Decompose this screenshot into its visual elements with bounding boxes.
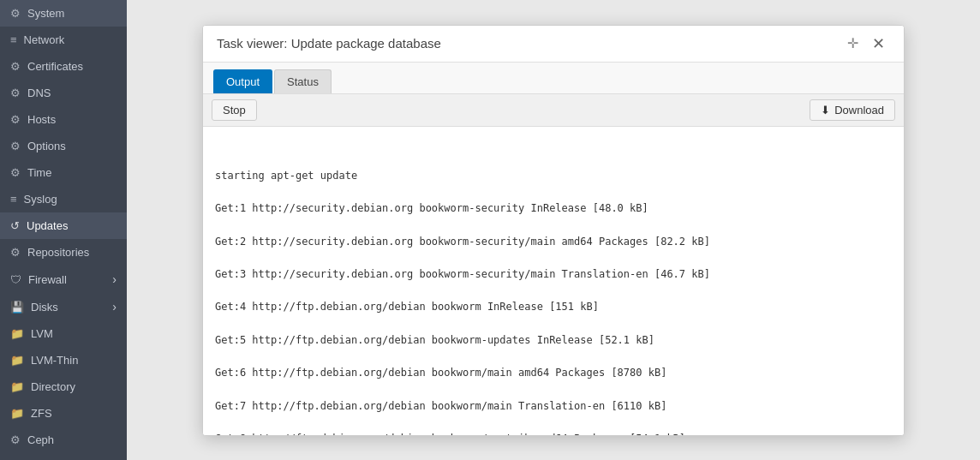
sidebar-item-time[interactable]: ⚙ Time [0,159,127,186]
modal-toolbar: Stop ⬇ Download [203,94,904,127]
modal-controls: ✛ ✕ [847,34,890,53]
tab-status[interactable]: Status [274,69,332,93]
sidebar-item-label: Hosts [27,113,56,126]
system-icon: ⚙ [10,7,21,20]
sidebar-item-label: LVM [31,327,53,340]
modal-close-button[interactable]: ✕ [867,34,890,53]
sidebar-item-label: Syslog [24,193,57,206]
directory-icon: 📁 [10,380,24,393]
move-icon[interactable]: ✛ [847,35,858,51]
output-line: Get:8 http://ftp.debian.org/debian bookw… [215,431,892,435]
sidebar-item-label: DNS [27,87,51,99]
sidebar-item-label: Certificates [27,60,83,73]
repos-icon: ⚙ [10,246,21,259]
stop-button[interactable]: Stop [212,99,257,121]
lvm-thin-icon: 📁 [10,354,24,367]
task-viewer-modal: Task viewer: Update package database ✛ ✕… [202,25,905,436]
sidebar-item-dns[interactable]: ⚙ DNS [0,80,127,106]
sidebar-item-system[interactable]: ⚙ System [0,0,127,27]
output-line: Get:3 http://security.debian.org bookwor… [215,266,892,283]
disks-icon: 💾 [10,301,24,314]
output-line: Get:5 http://ftp.debian.org/debian bookw… [215,332,892,349]
output-line: Get:4 http://ftp.debian.org/debian bookw… [215,299,892,315]
updates-icon: ↺ [10,219,20,232]
sidebar-item-zfs[interactable]: 📁 ZFS [0,400,127,427]
firewall-icon: 🛡 [10,273,21,286]
syslog-icon: ≡ [10,193,17,206]
sidebar-item-label: Disks [31,301,58,314]
sidebar-item-label: Updates [27,219,68,232]
download-button[interactable]: ⬇ Download [810,99,895,121]
sidebar-item-firewall[interactable]: 🛡 Firewall [0,266,127,293]
sidebar-item-ceph[interactable]: ⚙ Ceph [0,427,127,453]
modal-overlay: Task viewer: Update package database ✛ ✕… [127,0,980,460]
sidebar-item-label: Time [27,166,51,179]
sidebar-item-label: Firewall [28,273,67,286]
sidebar-item-syslog[interactable]: ≡ Syslog [0,186,127,212]
output-line: Get:6 http://ftp.debian.org/debian bookw… [215,365,892,381]
sidebar-item-certificates[interactable]: ⚙ Certificates [0,53,127,80]
sidebar-item-label: System [27,7,64,20]
sidebar-item-repositories[interactable]: ⚙ Repositories [0,239,127,266]
zfs-icon: 📁 [10,407,24,420]
sidebar: ⚙ System ≡ Network ⚙ Certificates ⚙ DNS … [0,0,127,460]
sidebar-item-options[interactable]: ⚙ Options [0,133,127,159]
cert-icon: ⚙ [10,60,21,73]
download-label: Download [834,104,884,116]
sidebar-item-replication[interactable]: ⚙ 4 Replication [0,453,127,460]
sidebar-item-label: Ceph [27,433,54,446]
tab-output[interactable]: Output [213,69,272,93]
modal-header: Task viewer: Update package database ✛ ✕ [203,26,904,63]
sidebar-item-network[interactable]: ≡ Network [0,27,127,53]
network-icon: ≡ [10,33,17,46]
output-line: Get:1 http://security.debian.org bookwor… [215,200,892,217]
sidebar-item-lvm[interactable]: 📁 LVM [0,320,127,347]
time-icon: ⚙ [10,166,21,179]
lvm-icon: 📁 [10,327,24,340]
options-icon: ⚙ [10,140,21,152]
output-line: starting apt-get update [215,168,892,184]
sidebar-item-label: Repositories [27,246,89,259]
output-line: Get:2 http://security.debian.org bookwor… [215,234,892,250]
sidebar-item-label: Directory [31,380,75,393]
sidebar-item-label: LVM-Thin [31,354,78,367]
download-icon: ⬇ [821,104,830,116]
sidebar-item-hosts[interactable]: ⚙ Hosts [0,106,127,133]
ceph-icon: ⚙ [10,433,21,446]
sidebar-item-label: Network [24,33,65,46]
modal-tabs: Output Status [203,63,904,94]
hosts-icon: ⚙ [10,113,21,126]
sidebar-item-updates[interactable]: ↺ Updates [0,212,127,239]
modal-output[interactable]: starting apt-get updateGet:1 http://secu… [203,127,904,435]
sidebar-item-disks[interactable]: 💾 Disks [0,293,127,320]
modal-title: Task viewer: Update package database [217,36,441,51]
sidebar-item-lvm-thin[interactable]: 📁 LVM-Thin [0,347,127,373]
sidebar-item-label: ZFS [31,407,52,420]
dns-icon: ⚙ [10,87,21,99]
main-content: Task viewer: Update package database ✛ ✕… [127,0,980,460]
sidebar-item-directory[interactable]: 📁 Directory [0,373,127,400]
sidebar-item-label: Options [27,140,66,152]
output-line: Get:7 http://ftp.debian.org/debian bookw… [215,398,892,415]
